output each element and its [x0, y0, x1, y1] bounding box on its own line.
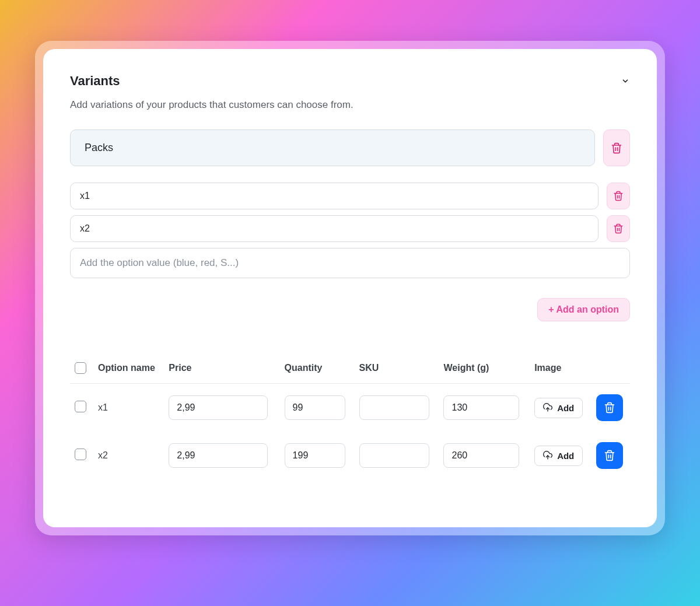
- add-image-button[interactable]: Add: [534, 398, 583, 418]
- trash-icon: [613, 191, 624, 201]
- trash-icon: [604, 450, 615, 461]
- weight-input[interactable]: [443, 395, 519, 420]
- cloud-upload-icon: [543, 451, 552, 460]
- add-image-label: Add: [557, 451, 574, 461]
- panel-outer: Variants Add variations of your products…: [35, 41, 665, 535]
- delete-row-button[interactable]: [596, 394, 623, 421]
- col-option-name: Option name: [93, 356, 164, 384]
- trash-icon: [613, 223, 624, 234]
- add-image-label: Add: [557, 403, 574, 413]
- row-option-name: x2: [98, 450, 108, 460]
- weight-input[interactable]: [443, 443, 519, 468]
- variants-panel: Variants Add variations of your products…: [43, 49, 657, 527]
- panel-subtitle: Add variations of your products that cus…: [70, 99, 630, 111]
- row-checkbox[interactable]: [75, 449, 86, 460]
- row-option-name: x1: [98, 402, 108, 412]
- option-block: + Add an option: [70, 129, 630, 321]
- col-weight: Weight (g): [439, 356, 530, 384]
- add-option-button[interactable]: + Add an option: [537, 298, 630, 321]
- panel-header: Variants: [70, 73, 630, 89]
- sku-input[interactable]: [359, 395, 429, 420]
- select-all-checkbox[interactable]: [75, 362, 86, 374]
- delete-option-button[interactable]: [603, 129, 630, 166]
- option-values: [70, 183, 630, 278]
- option-value-input[interactable]: [70, 183, 598, 209]
- col-sku: SKU: [355, 356, 439, 384]
- price-input[interactable]: [169, 443, 268, 468]
- sku-input[interactable]: [359, 443, 429, 468]
- delete-option-value-button[interactable]: [607, 215, 630, 242]
- add-image-button[interactable]: Add: [534, 446, 583, 466]
- cloud-upload-icon: [543, 403, 552, 412]
- price-input[interactable]: [169, 395, 268, 420]
- table-row: x1 Add: [70, 384, 630, 432]
- option-value-input[interactable]: [70, 215, 598, 242]
- col-quantity: Quantity: [280, 356, 355, 384]
- table-row: x2 Add: [70, 432, 630, 479]
- col-price: Price: [164, 356, 279, 384]
- option-name-input[interactable]: [70, 129, 595, 166]
- row-checkbox[interactable]: [75, 401, 86, 412]
- trash-icon: [611, 142, 622, 154]
- delete-row-button[interactable]: [596, 442, 623, 469]
- quantity-input[interactable]: [285, 395, 345, 420]
- panel-title: Variants: [70, 73, 120, 89]
- trash-icon: [604, 402, 615, 414]
- quantity-input[interactable]: [285, 443, 345, 468]
- delete-option-value-button[interactable]: [607, 183, 630, 209]
- variants-table: Option name Price Quantity SKU Weight (g…: [70, 356, 630, 479]
- new-option-value-input[interactable]: [70, 248, 630, 278]
- chevron-down-icon[interactable]: [621, 76, 630, 86]
- col-image: Image: [530, 356, 592, 384]
